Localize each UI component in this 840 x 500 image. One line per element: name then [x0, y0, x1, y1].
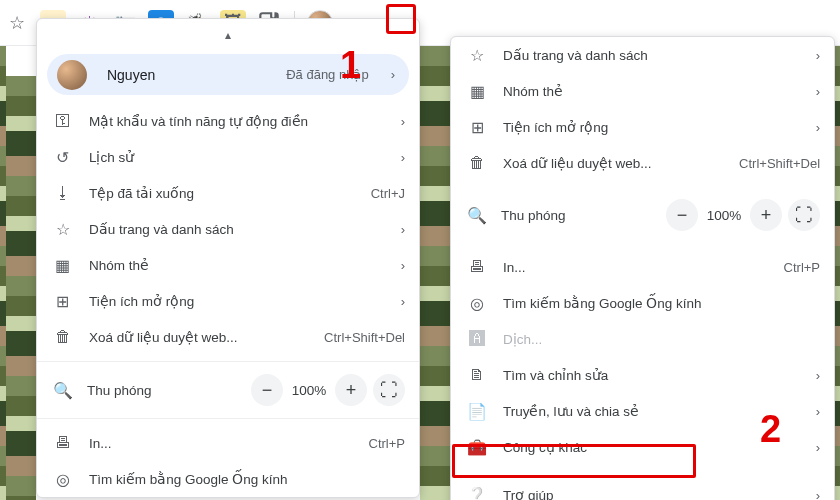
grid-icon: ▦	[467, 82, 487, 101]
chevron-right-icon: ›	[816, 488, 820, 501]
shortcut-text: Ctrl+J	[371, 186, 405, 201]
menu-item-downloads[interactable]: ⭳ Tệp đã tải xuống Ctrl+J	[37, 175, 419, 211]
menu-label: Nhóm thẻ	[89, 257, 385, 273]
menu-label: Tệp đã tải xuống	[89, 185, 355, 201]
menu-label: In...	[89, 436, 353, 451]
menu-label: Nhóm thẻ	[503, 83, 800, 99]
zoom-out-button[interactable]: −	[666, 199, 698, 231]
menu-label: Dấu trang và danh sách	[89, 221, 385, 237]
download-icon: ⭳	[53, 184, 73, 202]
zoom-row: 🔍 Thu phóng − 100% + ⛶	[451, 193, 834, 237]
zoom-icon: 🔍	[53, 381, 73, 400]
puzzle-icon: ⊞	[53, 292, 73, 311]
menu-label: In...	[503, 260, 768, 275]
star-icon: ☆	[467, 46, 487, 65]
menu-label: Tiện ích mở rộng	[503, 119, 800, 135]
menu-item-lens[interactable]: ◎ Tìm kiếm bằng Google Ống kính	[451, 285, 834, 321]
menu-item-bookmarks[interactable]: ☆ Dấu trang và danh sách ›	[37, 211, 419, 247]
lens-icon: ◎	[467, 294, 487, 313]
shortcut-text: Ctrl+P	[369, 436, 405, 451]
zoom-icon: 🔍	[467, 206, 487, 225]
key-icon: ⚿	[53, 112, 73, 130]
fullscreen-button[interactable]: ⛶	[373, 374, 405, 406]
zoom-in-button[interactable]: +	[750, 199, 782, 231]
help-icon: ❔	[467, 486, 487, 501]
chevron-right-icon: ›	[401, 114, 405, 129]
menu-item-print[interactable]: 🖶 In... Ctrl+P	[451, 249, 834, 285]
collapse-handle[interactable]: ▴	[37, 19, 419, 50]
print-icon: 🖶	[53, 434, 73, 452]
menu-label: Trợ giúp	[503, 487, 800, 500]
chevron-right-icon: ›	[816, 84, 820, 99]
zoom-label: Thu phóng	[87, 383, 237, 398]
menu-item-clear-data[interactable]: 🗑 Xoá dữ liệu duyệt web... Ctrl+Shift+De…	[37, 319, 419, 355]
background-strip	[420, 46, 450, 500]
menu-label: Tiện ích mở rộng	[89, 293, 385, 309]
zoom-label: Thu phóng	[501, 208, 652, 223]
menu-item-extensions[interactable]: ⊞ Tiện ích mở rộng ›	[37, 283, 419, 319]
menu-item-print[interactable]: 🖶 In... Ctrl+P	[37, 425, 419, 461]
menu-separator	[37, 361, 419, 362]
menu-item-find-edit[interactable]: 🗎 Tìm và chỉnh sửa ›	[451, 357, 834, 393]
profile-avatar-icon	[57, 60, 87, 90]
zoom-value: 100%	[289, 383, 329, 398]
chevron-right-icon: ›	[816, 404, 820, 419]
chevron-right-icon: ›	[816, 440, 820, 455]
annotation-1: 1	[340, 44, 361, 87]
chrome-menu-left: ▴ Nguyen Đã đăng nhập › ⚿ Mật khẩu và tí…	[36, 18, 420, 498]
menu-label: Tìm và chỉnh sửa	[503, 367, 800, 383]
zoom-row: 🔍 Thu phóng − 100% + ⛶	[37, 368, 419, 412]
chevron-right-icon: ›	[816, 48, 820, 63]
menu-label: Tìm kiếm bằng Google Ống kính	[503, 295, 820, 311]
callout-box-1	[386, 4, 416, 34]
menu-item-help[interactable]: ❔ Trợ giúp ›	[451, 477, 834, 500]
chevron-right-icon: ›	[816, 120, 820, 135]
shortcut-text: Ctrl+Shift+Del	[324, 330, 405, 345]
tools-icon: 🧰	[467, 438, 487, 457]
lens-icon: ◎	[53, 470, 73, 489]
history-icon: ↺	[53, 148, 73, 167]
menu-item-bookmarks[interactable]: ☆ Dấu trang và danh sách ›	[451, 37, 834, 73]
annotation-2: 2	[760, 408, 781, 451]
menu-label: Truyền, lưu và chia sẻ	[503, 403, 800, 419]
menu-item-clear-data[interactable]: 🗑 Xoá dữ liệu duyệt web... Ctrl+Shift+De…	[451, 145, 834, 181]
chevron-right-icon: ›	[401, 294, 405, 309]
menu-label: Lịch sử	[89, 149, 385, 165]
trash-icon: 🗑	[467, 154, 487, 172]
grid-icon: ▦	[53, 256, 73, 275]
zoom-value: 100%	[704, 208, 744, 223]
chevron-right-icon: ›	[401, 258, 405, 273]
chevron-right-icon: ›	[401, 222, 405, 237]
cast-icon: 📄	[467, 402, 487, 421]
menu-label: Mật khẩu và tính năng tự động điền	[89, 113, 385, 129]
zoom-out-button[interactable]: −	[251, 374, 283, 406]
zoom-in-button[interactable]: +	[335, 374, 367, 406]
fullscreen-button[interactable]: ⛶	[788, 199, 820, 231]
menu-label: Xoá dữ liệu duyệt web...	[503, 155, 723, 171]
background-strip	[6, 76, 36, 500]
chevron-right-icon: ›	[401, 150, 405, 165]
menu-item-extensions[interactable]: ⊞ Tiện ích mở rộng ›	[451, 109, 834, 145]
menu-label: Tìm kiếm bằng Google Ống kính	[89, 471, 405, 487]
shortcut-text: Ctrl+P	[784, 260, 820, 275]
menu-item-history[interactable]: ↺ Lịch sử ›	[37, 139, 419, 175]
menu-label: Dịch...	[503, 331, 820, 347]
menu-label: Xoá dữ liệu duyệt web...	[89, 329, 308, 345]
profile-name: Nguyen	[107, 67, 270, 83]
menu-item-translate: 🅰 Dịch...	[451, 321, 834, 357]
trash-icon: 🗑	[53, 328, 73, 346]
background-strip	[835, 46, 840, 500]
puzzle-icon: ⊞	[467, 118, 487, 137]
chevron-right-icon: ›	[816, 368, 820, 383]
print-icon: 🖶	[467, 258, 487, 276]
menu-item-tab-groups[interactable]: ▦ Nhóm thẻ ›	[37, 247, 419, 283]
bookmark-star-icon[interactable]: ☆	[4, 10, 30, 36]
menu-item-passwords[interactable]: ⚿ Mật khẩu và tính năng tự động điền ›	[37, 103, 419, 139]
menu-item-tab-groups[interactable]: ▦ Nhóm thẻ ›	[451, 73, 834, 109]
chevron-right-icon: ›	[391, 67, 395, 82]
menu-item-lens[interactable]: ◎ Tìm kiếm bằng Google Ống kính	[37, 461, 419, 497]
shortcut-text: Ctrl+Shift+Del	[739, 156, 820, 171]
star-icon: ☆	[53, 220, 73, 239]
translate-icon: 🅰	[467, 330, 487, 348]
menu-label: Công cụ khác	[503, 439, 800, 455]
